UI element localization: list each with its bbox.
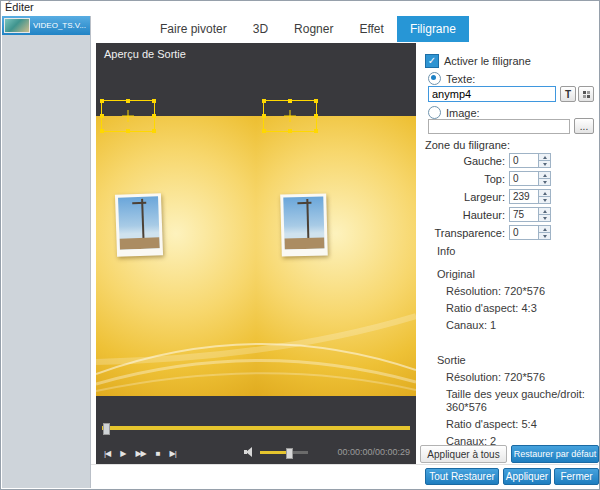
tab-faire-pivoter[interactable]: Faire pivoter <box>147 16 240 42</box>
watermark-handles[interactable] <box>262 99 266 103</box>
spin-up-button[interactable] <box>539 208 550 215</box>
font-color-button[interactable] <box>578 86 594 102</box>
info-line: Canaux: 1 <box>437 319 593 332</box>
spin-down-button[interactable] <box>539 179 550 185</box>
speaker-icon[interactable] <box>244 447 255 457</box>
spin-up-button[interactable] <box>539 172 550 179</box>
watermark-settings-panel: ✓ Activer le filigrane Texte: T Image: .… <box>416 43 598 465</box>
preview-panel: Aperçu de Sortie <box>96 43 416 467</box>
video-right-half <box>256 116 416 396</box>
info-sortie-title: Sortie <box>437 354 593 367</box>
font-color-icon <box>583 91 586 94</box>
chevron-up-icon <box>543 174 547 177</box>
info-line: Résolution: 720*576 <box>437 285 593 298</box>
spin-value[interactable]: 0 <box>510 226 538 239</box>
playback-controls: |◀ ▶ ▶▶ ■ ▶| <box>104 445 176 461</box>
sidebar-item-label: VIDEO_TS.V... <box>33 21 86 30</box>
play-button[interactable]: ▶ <box>120 449 125 458</box>
close-button[interactable]: Fermer <box>554 468 599 485</box>
transparence-spinbox[interactable]: 0 <box>509 225 551 240</box>
volume-handle[interactable] <box>286 448 293 459</box>
gauche-spinbox[interactable]: 0 <box>509 153 551 168</box>
crossarm-shape <box>132 202 146 204</box>
tab-filigrane[interactable]: Filigrane <box>397 16 469 42</box>
field-label: Gauche: <box>421 155 509 167</box>
ground-shape <box>119 237 159 249</box>
spin-up-button[interactable] <box>539 154 550 161</box>
apply-to-all-button[interactable]: Appliquer à tous <box>420 445 507 463</box>
footer-bar: Tout Restaurer Appliquer Fermer <box>91 464 598 488</box>
preview-title: Aperçu de Sortie <box>104 48 186 60</box>
text-radio[interactable] <box>428 72 441 85</box>
watermark-box-left[interactable] <box>101 100 155 132</box>
spin-down-button[interactable] <box>539 215 550 221</box>
watermark-box-right[interactable] <box>263 100 317 132</box>
image-radio[interactable] <box>428 106 441 119</box>
watermark-handles[interactable] <box>100 99 104 103</box>
fast-forward-button[interactable]: ▶▶ <box>135 449 145 458</box>
previous-frame-button[interactable]: |◀ <box>104 449 110 458</box>
text-radio-row: Texte: <box>428 72 475 85</box>
field-row-largeur: Largeur: 239 <box>421 189 554 204</box>
edit-window: Éditer VIDEO_TS.V... Faire pivoter 3D Ro… <box>0 0 600 490</box>
window-title: Éditer <box>5 1 34 13</box>
seek-bar[interactable] <box>102 426 410 430</box>
video-thumbnail <box>4 18 30 33</box>
spin-down-button[interactable] <box>539 233 550 239</box>
spin-value[interactable]: 0 <box>510 172 538 185</box>
tab-bar: Faire pivoter 3D Rogner Effet Filigrane <box>91 16 598 42</box>
spin-value[interactable]: 0 <box>510 154 538 167</box>
preview-photo-right <box>280 193 328 256</box>
image-path-input[interactable] <box>428 119 570 134</box>
zone-label: Zone du filigrane: <box>425 139 510 151</box>
hauteur-spinbox[interactable]: 75 <box>509 207 551 222</box>
stop-button[interactable]: ■ <box>156 449 160 458</box>
top-spinbox[interactable]: 0 <box>509 171 551 186</box>
field-label: Transparence: <box>421 227 509 239</box>
browse-button[interactable]: ... <box>574 118 594 134</box>
activate-watermark-checkbox[interactable]: ✓ <box>425 54 439 68</box>
largeur-spinbox[interactable]: 239 <box>509 189 551 204</box>
font-button[interactable]: T <box>560 86 576 102</box>
field-label: Largeur: <box>421 191 509 203</box>
watermark-text-input[interactable] <box>428 86 556 102</box>
text-radio-label: Texte: <box>446 73 475 85</box>
restore-default-button[interactable]: Restaurer par défaut <box>511 445 599 463</box>
spin-down-button[interactable] <box>539 197 550 203</box>
info-line: Taille des yeux gauche/droit: 360*576 <box>437 388 593 414</box>
file-list-sidebar: VIDEO_TS.V... <box>2 16 91 488</box>
preview-photo-left <box>115 193 163 257</box>
info-section: Info Original Résolution: 720*576 Ratio … <box>437 245 593 448</box>
restore-all-button[interactable]: Tout Restaurer <box>425 468 499 485</box>
chevron-up-icon <box>543 228 547 231</box>
info-line: Résolution: 720*576 <box>437 371 593 384</box>
tab-3d[interactable]: 3D <box>240 16 281 42</box>
field-label: Hauteur: <box>421 209 509 221</box>
time-display: 00:00:00/00:00:29 <box>337 447 410 457</box>
chevron-up-icon <box>543 210 547 213</box>
image-radio-label: Image: <box>446 107 480 119</box>
speaker-cone <box>246 447 252 457</box>
field-row-gauche: Gauche: 0 <box>421 153 554 168</box>
image-radio-row: Image: <box>428 106 480 119</box>
spin-up-button[interactable] <box>539 226 550 233</box>
spin-down-button[interactable] <box>539 161 550 167</box>
volume-slider[interactable] <box>260 451 308 454</box>
apply-button[interactable]: Appliquer <box>503 468 551 485</box>
photo-image <box>283 196 324 249</box>
spin-value[interactable]: 75 <box>510 208 538 221</box>
activate-watermark-row: ✓ Activer le filigrane <box>425 54 531 68</box>
tab-rogner[interactable]: Rogner <box>281 16 346 42</box>
spin-up-button[interactable] <box>539 190 550 197</box>
chevron-down-icon <box>543 217 547 220</box>
info-original-title: Original <box>437 268 593 281</box>
seek-handle[interactable] <box>103 423 110 435</box>
chevron-up-icon <box>543 156 547 159</box>
tab-effet[interactable]: Effet <box>346 16 396 42</box>
sidebar-item-video[interactable]: VIDEO_TS.V... <box>2 16 90 35</box>
info-line: Ratio d'aspect: 4:3 <box>437 302 593 315</box>
info-line: Ratio d'aspect: 5:4 <box>437 418 593 431</box>
next-frame-button[interactable]: ▶| <box>170 449 176 458</box>
seek-fill <box>102 426 410 430</box>
spin-value[interactable]: 239 <box>510 190 538 203</box>
